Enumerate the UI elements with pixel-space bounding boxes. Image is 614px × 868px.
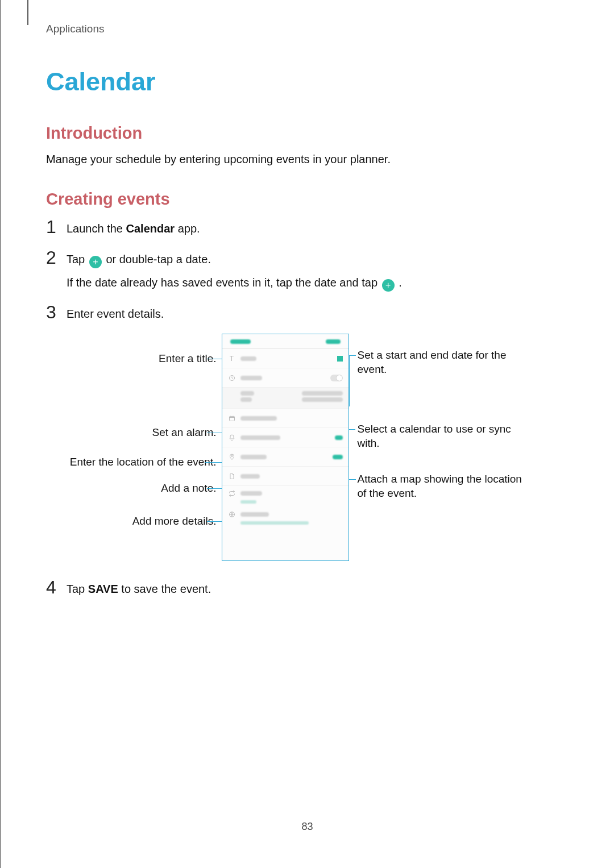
calendar-value-blurred	[240, 416, 277, 421]
repeat-label-blurred	[240, 491, 262, 496]
allday-row	[222, 368, 349, 388]
timezone-label-blurred	[240, 512, 269, 517]
location-value-blurred	[240, 455, 267, 459]
title-icon: T	[228, 355, 236, 363]
bold-text: SAVE	[88, 583, 118, 595]
step-3: 3 Enter event details.	[46, 303, 569, 322]
step-4: 4 Tap SAVE to save the event.	[46, 578, 569, 597]
title-row: T	[222, 349, 349, 368]
cancel-button-blurred	[230, 339, 251, 344]
plus-icon: +	[89, 256, 102, 268]
callout-set-alarm: Set an alarm.	[74, 426, 217, 440]
section-heading-introduction: Introduction	[46, 124, 569, 143]
alarm-value-blurred	[240, 435, 280, 440]
repeat-value-blurred	[240, 500, 256, 504]
text: Tap	[67, 253, 88, 265]
bell-icon	[228, 434, 236, 442]
phone-mock: T	[222, 334, 349, 561]
leader-line	[349, 355, 350, 406]
page-title: Calendar	[46, 67, 569, 97]
step-text: Tap + or double-tap a date. If the date …	[67, 248, 569, 292]
allday-label-blurred	[240, 376, 262, 380]
text: to save the event.	[118, 583, 211, 595]
leader-line	[205, 462, 222, 463]
step-number: 3	[46, 303, 64, 321]
text: Launch the	[67, 222, 126, 235]
pin-icon	[228, 453, 236, 461]
alarm-row	[222, 428, 349, 447]
start-label-blurred	[240, 391, 254, 396]
manual-page: Applications Calendar Introduction Manag…	[0, 0, 614, 868]
step-text: Tap SAVE to save the event.	[67, 578, 569, 597]
calendar-row	[222, 409, 349, 428]
phone-topbar	[222, 334, 349, 349]
event-editor-diagram: Enter a title. Set an alarm. Enter the l…	[63, 334, 552, 561]
start-value-blurred	[302, 391, 343, 396]
timezone-value-blurred	[240, 521, 309, 525]
text: Tap	[67, 583, 88, 595]
introduction-text: Manage your schedule by entering upcomin…	[46, 152, 569, 167]
breadcrumb: Applications	[46, 23, 569, 35]
page-number: 83	[1, 821, 614, 833]
step-1: 1 Launch the Calendar app.	[46, 218, 569, 237]
end-label-blurred	[240, 397, 252, 402]
text: If the date already has saved events in …	[67, 276, 381, 289]
step-number: 2	[46, 248, 64, 267]
map-action-blurred	[333, 455, 343, 459]
callout-attach-map: Attach a map showing the location of the…	[358, 472, 534, 500]
section-heading-creating-events: Creating events	[46, 190, 569, 209]
timezone-row	[222, 507, 349, 528]
callout-add-more-details: Add more details.	[74, 514, 217, 529]
step-number: 1	[46, 218, 64, 236]
svg-point-2	[231, 455, 233, 457]
note-row	[222, 467, 349, 486]
plus-icon: +	[382, 279, 395, 292]
calendar-icon	[228, 414, 236, 422]
text: app.	[175, 222, 200, 235]
text: or double-tap a date.	[106, 253, 211, 265]
repeat-icon	[228, 489, 236, 497]
note-value-blurred	[240, 474, 260, 479]
title-field-blurred	[240, 356, 256, 361]
steps-list: 1 Launch the Calendar app. 2 Tap + or do…	[46, 218, 569, 597]
svg-rect-1	[229, 416, 234, 421]
step-text: Enter event details.	[67, 303, 569, 322]
step-text: Launch the Calendar app.	[67, 218, 569, 237]
note-icon	[228, 472, 236, 480]
leader-line	[349, 355, 356, 356]
callout-add-note: Add a note.	[74, 481, 217, 496]
step-number: 4	[46, 578, 64, 596]
callout-select-calendar: Select a calendar to use or sync with.	[358, 422, 534, 450]
allday-toggle	[330, 375, 343, 381]
text: .	[399, 276, 402, 289]
callout-enter-location: Enter the location of the event.	[63, 455, 217, 470]
color-chip	[337, 356, 343, 362]
clock-icon	[228, 374, 236, 382]
repeat-row	[222, 486, 349, 507]
date-block	[222, 388, 349, 409]
save-button-blurred	[326, 339, 341, 344]
bold-text: Calendar	[126, 222, 175, 235]
globe-icon	[228, 510, 236, 518]
alarm-action-blurred	[335, 435, 343, 440]
edge-tick	[27, 0, 28, 25]
callout-set-dates: Set a start and end date for the event.	[358, 348, 534, 376]
step-2: 2 Tap + or double-tap a date. If the dat…	[46, 248, 569, 292]
callout-enter-title: Enter a title.	[74, 352, 217, 366]
location-row	[222, 447, 349, 467]
end-value-blurred	[302, 397, 343, 402]
